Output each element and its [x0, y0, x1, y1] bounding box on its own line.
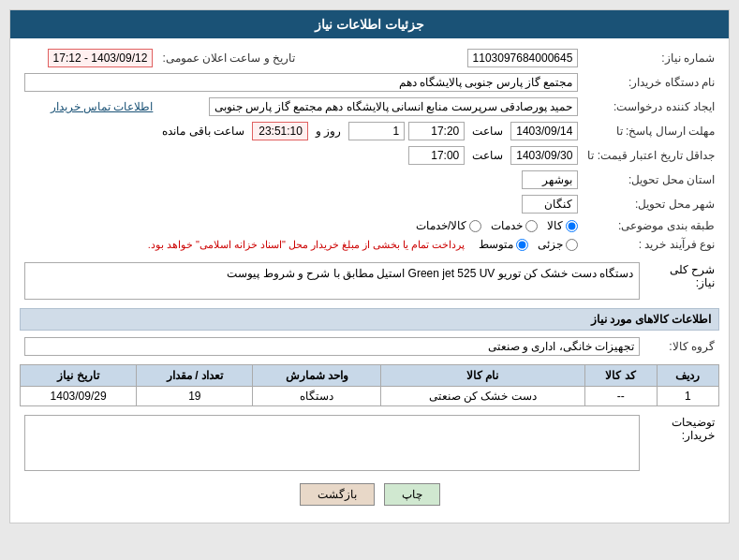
radio-khadamat-input[interactable] — [525, 220, 538, 232]
tawzih-content — [24, 415, 640, 471]
radio-jozii-label: جزئی — [538, 238, 563, 251]
col-tedad: تعداد / مقدار — [137, 365, 253, 387]
value-ijadKonande: حمید پورصادقی سرپرست منابع انسانی پالایش… — [209, 97, 578, 116]
label-shahr: شهر محل تحویل: — [583, 192, 719, 216]
col-vahed: واحد شمارش — [253, 365, 381, 387]
label-namDastgah: نام دستگاه خریدار: — [583, 70, 719, 95]
value-jadaval-saat: 17:00 — [408, 146, 465, 165]
value-shomareNiaz: 1103097684000645 — [467, 49, 579, 67]
info-table-top: شماره نیاز: 1103097684000645 تاریخ و ساع… — [20, 46, 719, 254]
value-groupKala: تجهیزات خانگی، اداری و صنعتی — [24, 337, 640, 356]
value-namDastgah: مجتمع گاز پارس جنوبی پالایشگاه دهم — [24, 73, 578, 92]
kala-section-header: اطلاعات کالاهای مورد نیاز — [20, 308, 719, 331]
value-ostan: بوشهر — [522, 170, 578, 189]
label-shomareNiaz: شماره نیاز: — [583, 46, 719, 70]
cell-radif: 1 — [657, 387, 718, 406]
noFaravand-radio-group: جزئی متوسط — [479, 238, 578, 251]
noFaravand-note: پرداخت تمام یا بخشی از مبلغ خریدار محل "… — [148, 239, 466, 251]
content-area: شماره نیاز: 1103097684000645 تاریخ و ساع… — [10, 38, 729, 523]
noFaravand-row: جزئی متوسط پرداخت تمام یا بخشی از مبلغ خ… — [24, 238, 578, 251]
value-mohlat-saat: 17:20 — [408, 122, 465, 140]
link-ettelaat-tamas[interactable]: اطلاعات تماس خریدار — [51, 100, 154, 113]
label-sherh: شرح کلی نیاز: — [644, 259, 719, 302]
table-row: 1 -- دست خشک کن صنعتی دستگاه 19 1403/09/… — [21, 387, 719, 406]
label-tawzih: توضیحات خریدار: — [644, 412, 719, 474]
label-tabaqe: طبقه بندی موضوعی: — [583, 216, 719, 235]
sherh-table: شرح کلی نیاز: دستگاه دست خشک کن توریو Gr… — [20, 259, 719, 302]
cell-vahed: دستگاه — [253, 387, 381, 406]
jadaval-row: 1403/09/30 ساعت 17:00 — [24, 146, 578, 165]
cell-name: دست خشک کن صنعتی — [380, 387, 584, 406]
mohlat-row: 1403/09/14 ساعت 17:20 1 روز و 23:51:10 س… — [24, 122, 578, 140]
radio-kala-input[interactable] — [566, 220, 578, 232]
radio-khadamat[interactable]: خدمات — [491, 219, 538, 232]
value-tarikhEelan: 1403/09/12 - 17:12 — [48, 49, 154, 67]
radio-jozii-input[interactable] — [566, 239, 578, 251]
label-baghimande: ساعت باقی مانده — [158, 125, 248, 138]
label-saat: ساعت — [468, 125, 507, 138]
col-kod: کد کالا — [584, 365, 657, 387]
col-name: نام کالا — [380, 365, 584, 387]
col-tarikh: تاریخ نیاز — [21, 365, 137, 387]
radio-kala-khadamat[interactable]: کالا/خدمات — [416, 219, 481, 232]
tabaqe-radio-group: کالا خدمات کالا/خدمات — [24, 219, 578, 232]
col-radif: ردیف — [657, 365, 718, 387]
radio-kala[interactable]: کالا — [547, 219, 578, 232]
label-jadaval: جداقل تاریخ اعتبار قیمت: تا — [583, 143, 719, 168]
label-ijadKonande: ایجاد کننده درخواست: — [583, 95, 719, 119]
header-title-text: جزئیات اطلاعات نیاز — [315, 17, 424, 32]
radio-motavaset-input[interactable] — [516, 239, 528, 251]
value-mohlat-baghimande: 23:51:10 — [252, 122, 308, 140]
value-jadaval-date: 1403/09/30 — [510, 146, 578, 165]
radio-khadamat-label: خدمات — [491, 219, 523, 232]
chap-button[interactable]: چاپ — [384, 483, 440, 506]
cell-tedad: 19 — [137, 387, 253, 406]
button-row: چاپ بازگشت — [20, 483, 719, 506]
radio-kala-khadamat-input[interactable] — [469, 220, 481, 232]
value-mohlat-date: 1403/09/14 — [510, 122, 578, 140]
tawzih-table: توضیحات خریدار: — [20, 412, 719, 474]
value-mohlat-roz: 1 — [348, 122, 405, 140]
radio-kala-khadamat-label: کالا/خدمات — [416, 219, 466, 232]
radio-kala-label: کالا — [547, 219, 563, 232]
kala-data-table: ردیف کد کالا نام کالا واحد شمارش تعداد /… — [20, 364, 719, 406]
label-ostan: استان محل تحویل: — [583, 168, 719, 192]
label-saat2: ساعت — [468, 149, 507, 162]
label-groupKala: گروه کالا: — [644, 334, 719, 359]
value-sherh: دستگاه دست خشک کن توریو Green jet 525 UV… — [24, 262, 640, 300]
label-noFaravand: نوع فرآیند خرید : — [583, 235, 719, 254]
radio-motavaset-label: متوسط — [479, 238, 513, 251]
radio-motavaset[interactable]: متوسط — [479, 238, 528, 251]
label-mohlat: مهلت ارسال پاسخ: تا — [583, 119, 719, 143]
page-title: جزئیات اطلاعات نیاز — [10, 10, 729, 38]
value-shahr: کنگان — [522, 195, 578, 214]
label-tarikhEelan: تاریخ و ساعت اعلان عمومی: — [157, 46, 304, 70]
page-container: جزئیات اطلاعات نیاز شماره نیاز: 11030976… — [9, 9, 730, 523]
cell-kod: -- — [584, 387, 657, 406]
label-roz: روز و — [312, 125, 345, 138]
bazgasht-button[interactable]: بازگشت — [300, 483, 375, 506]
radio-jozii[interactable]: جزئی — [538, 238, 578, 251]
group-kala-table: گروه کالا: تجهیزات خانگی، اداری و صنعتی — [20, 334, 719, 359]
cell-tarikh: 1403/09/29 — [21, 387, 137, 406]
